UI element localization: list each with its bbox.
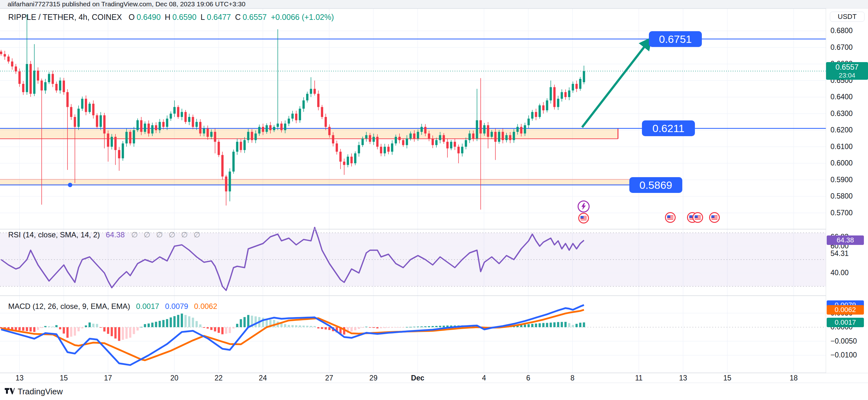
price-tick-0.6100: 0.6100 — [826, 143, 864, 151]
high-value: 0.6590 — [173, 12, 196, 22]
us-flag-icon — [667, 215, 674, 220]
open-value: 0.6490 — [136, 12, 160, 22]
us-flag-icon — [581, 216, 587, 220]
low-value: 0.6477 — [207, 12, 231, 22]
open-prefix: O — [129, 12, 135, 22]
close-value: 0.6557 — [243, 12, 267, 22]
time-axis-label-18: 18 — [789, 373, 798, 383]
price-tick-0.5800: 0.5800 — [826, 192, 864, 201]
high-prefix: H — [165, 12, 170, 22]
bar-countdown: 23:04 — [826, 71, 868, 79]
price-tick-0.6400: 0.6400 — [826, 93, 864, 101]
time-axis-label-22: 22 — [215, 373, 223, 383]
us-flag-event-icon[interactable] — [709, 212, 720, 223]
price-tick-0.5900: 0.5900 — [826, 176, 864, 184]
price-tick-0.6800: 0.6800 — [826, 27, 864, 35]
price-tick-0.6700: 0.6700 — [826, 43, 864, 52]
price-tick-0.5700: 0.5700 — [826, 209, 864, 217]
attribution-text: alifarhani7727315 published on TradingVi… — [7, 0, 245, 7]
rsi-legend-value: 64.38 — [105, 230, 125, 239]
lightning-event-icon[interactable] — [578, 201, 590, 212]
macd-hist-value: 0.0017 — [136, 302, 159, 310]
time-axis-label-11: 11 — [635, 373, 643, 383]
last-price-value: 0.6557 — [826, 63, 868, 71]
chart-canvas[interactable] — [0, 0, 868, 400]
tradingview-logo[interactable]: TradingView — [4, 387, 63, 397]
footer: TradingView — [0, 383, 868, 400]
price-level-badge-support[interactable]: 0.5869 — [629, 177, 682, 193]
currency-toggle-button[interactable]: USDT — [830, 12, 865, 22]
rsi-legend: RSI (14, close, SMA, 14, 2) 64.38 ∅ ∅ ∅ … — [8, 230, 202, 239]
macd-scale-badge-0.0062: 0.0062 — [827, 305, 864, 315]
time-axis-label-17: 17 — [104, 373, 112, 383]
price-tick-0.6200: 0.6200 — [826, 126, 864, 134]
time-axis-label-29: 29 — [370, 373, 378, 383]
lightning-icon — [581, 203, 587, 210]
time-axis-label-15: 15 — [60, 373, 68, 383]
close-prefix: C — [235, 12, 241, 22]
time-axis-label-13: 13 — [16, 373, 24, 383]
macd-scale-badge-0.0017: 0.0017 — [827, 318, 864, 327]
last-price-badge: 0.6557 23:04 — [826, 62, 868, 80]
macd-tick-−0.0100: −0.0100 — [826, 351, 864, 359]
rsi-tick-40.00: 40.00 — [826, 269, 864, 277]
macd-legend-title: MACD (12, 26, close, 9, EMA, EMA) — [8, 302, 130, 310]
macd-signal-value: 0.0062 — [194, 302, 217, 310]
symbol-title: RIPPLE / TETHER, 4h, COINEX — [8, 12, 122, 22]
time-axis-label-20: 20 — [170, 373, 179, 383]
rsi-tick-54.31: 54.31 — [826, 249, 864, 258]
tradingview-chart-page: alifarhani7727315 published on TradingVi… — [0, 0, 868, 400]
tradingview-logo-text: TradingView — [18, 387, 63, 397]
us-flag-icon — [694, 215, 701, 220]
time-axis-label-13: 13 — [679, 373, 687, 383]
time-axis[interactable]: 1315172022242729Dec46811131518 — [0, 373, 868, 383]
macd-legend: MACD (12, 26, close, 9, EMA, EMA) 0.0017… — [8, 302, 217, 311]
attribution-bar: alifarhani7727315 published on TradingVi… — [0, 0, 868, 8]
low-prefix: L — [200, 12, 205, 22]
rsi-legend-title: RSI (14, close, SMA, 14, 2) — [8, 230, 100, 239]
change-value: +0.0066 (+1.02%) — [271, 12, 334, 22]
macd-line-value: 0.0079 — [165, 302, 188, 310]
time-axis-label-27: 27 — [325, 373, 333, 383]
us-flag-event-icon[interactable] — [665, 212, 676, 223]
price-tick-0.6000: 0.6000 — [826, 159, 864, 167]
tradingview-logo-icon — [4, 388, 15, 396]
time-axis-label-4: 4 — [482, 373, 486, 383]
time-axis-label-Dec: Dec — [411, 373, 424, 383]
price-level-badge-resistance[interactable]: 0.6751 — [649, 31, 702, 47]
time-axis-label-6: 6 — [526, 373, 530, 383]
rsi-value-badge: 64.38 — [827, 236, 864, 245]
us-flag-event-icon[interactable] — [692, 212, 703, 223]
macd-tick-−0.0050: −0.0050 — [826, 337, 864, 345]
price-tick-0.6300: 0.6300 — [826, 110, 864, 118]
symbol-legend: RIPPLE / TETHER, 4h, COINEX O0.6490 H0.6… — [8, 12, 336, 22]
us-flag-event-icon[interactable] — [578, 213, 589, 223]
rsi-legend-empty-values: ∅ ∅ ∅ ∅ ∅ ∅ — [131, 230, 202, 239]
price-level-badge-breakout[interactable]: 0.6211 — [642, 120, 695, 136]
time-axis-label-8: 8 — [570, 373, 575, 383]
us-flag-icon — [711, 215, 718, 220]
time-axis-label-15: 15 — [723, 373, 732, 383]
time-axis-label-24: 24 — [259, 373, 267, 383]
